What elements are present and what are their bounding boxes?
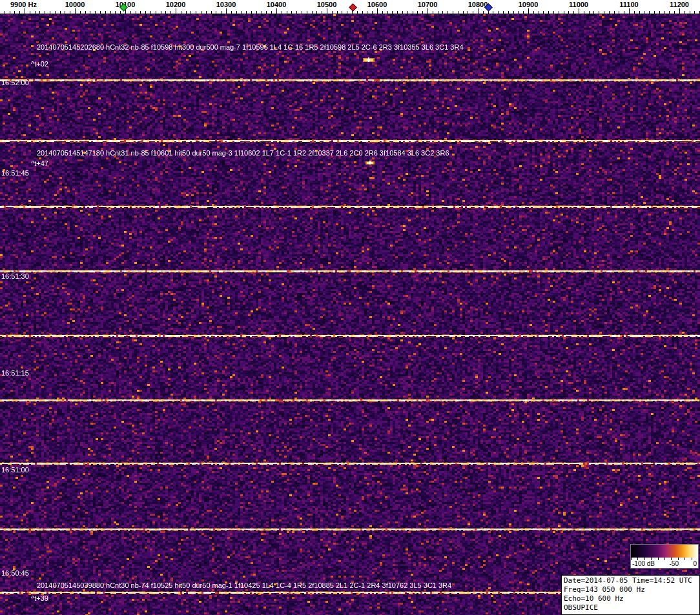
ruler-minor-tick	[120, 11, 121, 14]
ruler-major-tick	[176, 8, 176, 14]
ruler-minor-tick	[543, 11, 544, 14]
ruler-minor-tick	[458, 11, 458, 14]
ruler-minor-tick	[45, 11, 45, 14]
ruler-minor-tick	[674, 11, 675, 14]
ruler-minor-tick	[372, 11, 373, 14]
ruler-minor-tick	[539, 11, 539, 14]
ruler-minor-tick	[593, 11, 594, 14]
ruler-minor-tick	[115, 11, 116, 14]
ruler-minor-tick	[90, 11, 90, 14]
meteor-spectrogram-screen: 9900 Hz100001010010200103001040010500106…	[0, 0, 700, 615]
ruler-major-tick	[75, 8, 76, 14]
ruler-minor-tick	[322, 11, 322, 14]
freq-tick-label: 10700	[418, 1, 438, 8]
ruler-minor-tick	[95, 11, 96, 14]
ruler-minor-tick	[251, 11, 252, 14]
ruler-minor-tick	[649, 11, 650, 14]
freq-tick-label: 10300	[216, 1, 236, 8]
ruler-minor-tick	[407, 11, 408, 14]
ruler-minor-tick	[690, 11, 690, 14]
db-scale-legend: -100 dB -50 0	[630, 544, 699, 569]
ruler-minor-tick	[170, 11, 171, 14]
marker-diamond-red[interactable]	[349, 3, 357, 12]
ruler-minor-tick	[241, 11, 242, 14]
ruler-minor-tick	[468, 11, 468, 14]
ruler-minor-tick	[362, 11, 363, 14]
ruler-minor-tick	[181, 11, 181, 14]
ruler-major-tick	[276, 8, 277, 14]
ruler-minor-tick	[392, 11, 393, 14]
ruler-minor-tick	[513, 11, 514, 14]
db-max-label: 0	[693, 560, 697, 567]
ruler-minor-tick	[463, 11, 464, 14]
ruler-minor-tick	[246, 11, 247, 14]
ruler-minor-tick	[337, 11, 338, 14]
info-freq-line: Freq=143 050 000 Hz	[564, 585, 697, 594]
ruler-minor-tick	[433, 11, 433, 14]
ruler-minor-tick	[473, 11, 473, 14]
ruler-minor-tick	[100, 11, 101, 14]
ruler-minor-tick	[216, 11, 216, 14]
ruler-minor-tick	[438, 11, 438, 14]
freq-tick-label: 11000	[569, 1, 588, 8]
ruler-major-tick	[528, 8, 529, 14]
ruler-minor-tick	[105, 11, 106, 14]
ruler-minor-tick	[145, 11, 146, 14]
ruler-minor-tick	[413, 11, 413, 14]
ruler-minor-tick	[307, 11, 307, 14]
ruler-minor-tick	[347, 11, 347, 14]
ruler-minor-tick	[397, 11, 398, 14]
ruler-minor-tick	[85, 11, 86, 14]
ruler-minor-tick	[110, 11, 111, 14]
ruler-minor-tick	[644, 11, 644, 14]
ruler-minor-tick	[573, 11, 574, 14]
ruler-minor-tick	[619, 11, 619, 14]
freq-tick-label: 10900	[519, 1, 539, 8]
ruler-minor-tick	[422, 11, 423, 14]
ruler-minor-tick	[533, 11, 534, 14]
frequency-ruler: 9900 Hz100001010010200103001040010500106…	[0, 0, 700, 14]
ruler-major-tick	[226, 8, 227, 14]
ruler-minor-tick	[604, 11, 604, 14]
ruler-minor-tick	[211, 11, 212, 14]
ruler-minor-tick	[5, 11, 5, 14]
ruler-minor-tick	[564, 11, 564, 14]
ruler-minor-tick	[553, 11, 554, 14]
ruler-minor-tick	[584, 11, 584, 14]
ruler-minor-tick	[130, 11, 131, 14]
ruler-minor-tick	[634, 11, 635, 14]
ruler-minor-tick	[417, 11, 418, 14]
ruler-minor-tick	[453, 11, 453, 14]
ruler-minor-tick	[136, 11, 136, 14]
ruler-minor-tick	[266, 11, 267, 14]
freq-tick-label: 11100	[619, 1, 638, 8]
ruler-minor-tick	[518, 11, 519, 14]
ruler-minor-tick	[196, 11, 196, 14]
ruler-minor-tick	[156, 11, 156, 14]
db-mid-label: -50	[670, 560, 679, 567]
ruler-minor-tick	[639, 11, 640, 14]
ruler-minor-tick	[669, 11, 670, 14]
info-station-line: OBSUPICE	[564, 603, 697, 612]
ruler-minor-tick	[221, 11, 221, 14]
ruler-minor-tick	[35, 11, 36, 14]
ruler-major-tick	[679, 8, 680, 14]
info-box: Date=2014-07-05 Time=14:52 UTC Freq=143 …	[561, 575, 700, 615]
ruler-major-tick	[327, 8, 327, 14]
ruler-minor-tick	[186, 11, 187, 14]
ruler-minor-tick	[483, 11, 484, 14]
ruler-major-tick	[25, 8, 25, 14]
ruler-minor-tick	[60, 11, 61, 14]
ruler-minor-tick	[39, 11, 40, 14]
db-scale-labels: -100 dB -50 0	[631, 560, 698, 568]
ruler-minor-tick	[609, 11, 610, 14]
db-min-label: -100 dB	[632, 560, 655, 567]
ruler-minor-tick	[523, 11, 524, 14]
ruler-minor-tick	[150, 11, 151, 14]
ruler-major-tick	[629, 8, 630, 14]
ruler-minor-tick	[19, 11, 20, 14]
ruler-minor-tick	[50, 11, 50, 14]
ruler-minor-tick	[231, 11, 232, 14]
ruler-minor-tick	[659, 11, 660, 14]
freq-tick-label: 10000	[65, 1, 85, 8]
